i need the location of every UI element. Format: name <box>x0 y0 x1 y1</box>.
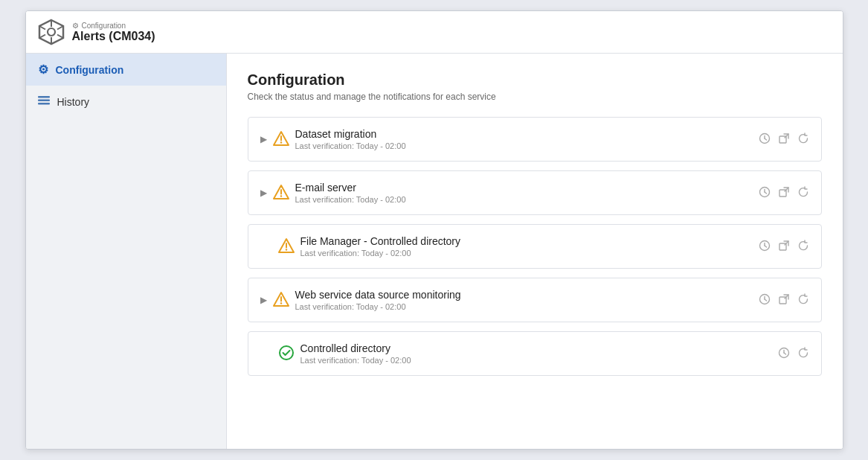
refresh-icon-web-service[interactable] <box>797 293 809 307</box>
external-link-icon-email-server[interactable] <box>778 186 790 200</box>
main-content: Configuration Check the status and manag… <box>227 54 843 449</box>
svg-point-1 <box>48 28 55 36</box>
service-info-controlled-directory: Controlled directoryLast verification: T… <box>300 342 411 365</box>
service-last-check-email-server: Last verification: Today - 02:00 <box>295 195 406 204</box>
service-last-check-file-manager: Last verification: Today - 02:00 <box>300 249 461 258</box>
clock-icon-email-server[interactable] <box>759 186 771 200</box>
service-left-dataset-migration: ▶ Dataset migrationLast verification: To… <box>260 128 406 150</box>
chevron-icon-email-server[interactable]: ▶ <box>260 188 267 198</box>
service-left-controlled-directory: Controlled directoryLast verification: T… <box>260 342 411 365</box>
sidebar-item-label: Configuration <box>56 64 124 76</box>
app-header: ⚙ Configuration Alerts (CM034) <box>26 11 843 54</box>
service-name-dataset-migration: Dataset migration <box>295 128 406 140</box>
warning-icon-dataset-migration <box>273 130 289 149</box>
breadcrumb-label: Configuration <box>82 22 126 30</box>
refresh-icon-file-manager[interactable] <box>797 240 809 254</box>
service-actions-email-server <box>759 186 809 200</box>
svg-point-43 <box>280 346 293 360</box>
warning-icon-file-manager <box>278 237 295 256</box>
service-card-web-service: ▶ Web service data source monitoringLast… <box>248 278 822 322</box>
service-last-check-controlled-directory: Last verification: Today - 02:00 <box>300 356 411 365</box>
sidebar-item-history[interactable]: History <box>26 86 226 118</box>
service-info-email-server: E-mail serverLast verification: Today - … <box>295 182 406 204</box>
service-name-email-server: E-mail server <box>295 182 406 194</box>
service-list: ▶ Dataset migrationLast verification: To… <box>248 117 822 376</box>
app-body: ⚙ Configuration History Configuration Ch… <box>26 54 843 449</box>
service-card-controlled-directory: Controlled directoryLast verification: T… <box>248 331 822 376</box>
external-link-icon-dataset-migration[interactable] <box>778 132 790 147</box>
service-info-file-manager: File Manager - Controlled directoryLast … <box>300 235 461 258</box>
external-link-icon-file-manager[interactable] <box>778 240 790 254</box>
header-title: Alerts (CM034) <box>72 30 155 43</box>
page-subtitle: Check the status and manage the notifica… <box>248 92 822 102</box>
svg-point-37 <box>280 302 281 304</box>
service-actions-controlled-directory <box>778 347 809 361</box>
clock-icon-web-service[interactable] <box>759 293 771 307</box>
sidebar-item-label: History <box>57 96 90 108</box>
service-name-controlled-directory: Controlled directory <box>300 342 411 354</box>
service-info-dataset-migration: Dataset migrationLast verification: Toda… <box>295 128 406 150</box>
refresh-icon-dataset-migration[interactable] <box>797 132 809 147</box>
chevron-icon-web-service[interactable]: ▶ <box>260 295 267 305</box>
service-card-email-server: ▶ E-mail serverLast verification: Today … <box>248 170 822 215</box>
svg-line-16 <box>765 138 767 140</box>
configuration-icon: ⚙ <box>38 63 48 77</box>
breadcrumb-icon: ⚙ <box>72 22 79 30</box>
service-info-web-service: Web service data source monitoringLast v… <box>295 289 461 311</box>
service-name-web-service: Web service data source monitoring <box>295 289 461 301</box>
refresh-icon-controlled-directory[interactable] <box>797 347 809 361</box>
sidebar: ⚙ Configuration History <box>26 54 227 449</box>
svg-line-40 <box>765 299 767 301</box>
chevron-icon-dataset-migration[interactable]: ▶ <box>260 134 267 144</box>
sidebar-item-configuration[interactable]: ⚙ Configuration <box>26 54 226 86</box>
external-link-icon-web-service[interactable] <box>778 293 790 307</box>
refresh-icon-email-server[interactable] <box>797 186 809 200</box>
svg-line-24 <box>765 192 767 194</box>
svg-rect-10 <box>38 103 50 105</box>
service-left-email-server: ▶ E-mail serverLast verification: Today … <box>260 182 406 204</box>
history-icon <box>38 95 50 109</box>
svg-rect-9 <box>38 100 50 102</box>
service-card-file-manager: File Manager - Controlled directoryLast … <box>248 224 822 269</box>
svg-point-21 <box>280 195 281 197</box>
service-left-web-service: ▶ Web service data source monitoringLast… <box>260 289 461 311</box>
app-logo-icon <box>38 19 65 45</box>
service-last-check-dataset-migration: Last verification: Today - 02:00 <box>295 141 406 150</box>
svg-rect-8 <box>38 96 50 98</box>
svg-point-13 <box>280 141 281 143</box>
service-last-check-web-service: Last verification: Today - 02:00 <box>295 302 461 311</box>
header-text: ⚙ Configuration Alerts (CM034) <box>72 22 155 43</box>
service-left-file-manager: File Manager - Controlled directoryLast … <box>260 235 461 258</box>
page-title: Configuration <box>248 71 822 89</box>
breadcrumb: ⚙ Configuration <box>72 22 155 30</box>
service-card-dataset-migration: ▶ Dataset migrationLast verification: To… <box>248 117 822 162</box>
app-window: ⚙ Configuration Alerts (CM034) ⚙ Configu… <box>25 10 843 450</box>
clock-icon-file-manager[interactable] <box>759 240 771 254</box>
service-actions-dataset-migration <box>759 132 809 147</box>
svg-point-29 <box>285 249 286 250</box>
svg-line-32 <box>765 246 767 247</box>
clock-icon-dataset-migration[interactable] <box>759 132 771 147</box>
warning-icon-web-service <box>273 291 289 310</box>
success-icon-controlled-directory <box>278 345 295 363</box>
warning-icon-email-server <box>273 184 289 202</box>
svg-line-46 <box>784 353 786 354</box>
service-actions-file-manager <box>759 240 809 254</box>
service-actions-web-service <box>759 293 809 307</box>
clock-icon-controlled-directory[interactable] <box>778 347 790 361</box>
service-name-file-manager: File Manager - Controlled directory <box>300 235 461 247</box>
